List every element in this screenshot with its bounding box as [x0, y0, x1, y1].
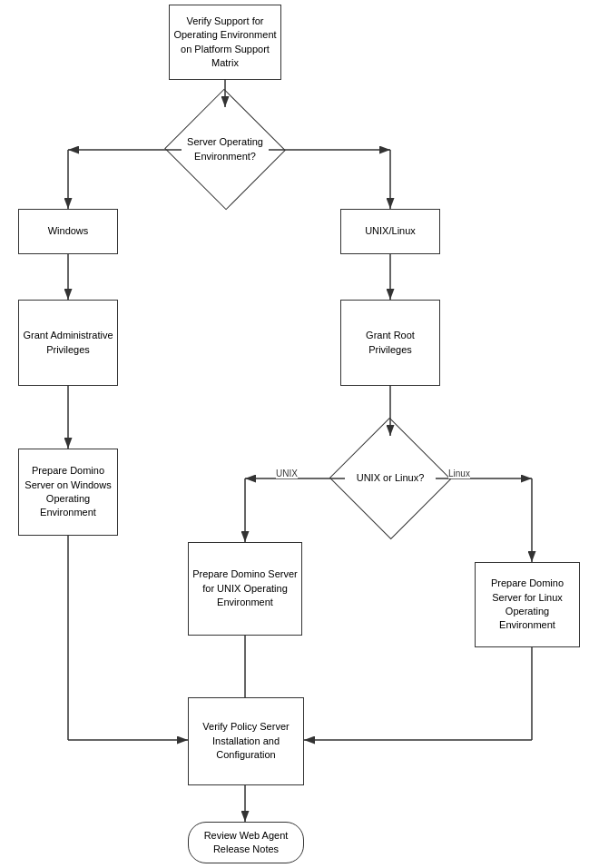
unix-linux-label: UNIX/Linux: [365, 224, 416, 238]
grant-admin-label: Grant Administrative Privileges: [23, 329, 113, 357]
grant-root-box: Grant Root Privileges: [340, 300, 440, 386]
prepare-linux-label: Prepare Domino Server for Linux Operatin…: [479, 577, 575, 633]
verify-support-label: Verify Support for Operating Environment…: [173, 15, 277, 71]
linux-arrow-label: Linux: [448, 469, 470, 478]
unix-linux-box: UNIX/Linux: [340, 209, 440, 254]
unix-linux-diamond: UNIX or Linux?: [347, 436, 434, 521]
verify-policy-label: Verify Policy Server Installation and Co…: [192, 720, 299, 762]
windows-label: Windows: [48, 224, 89, 238]
verify-support-box: Verify Support for Operating Environment…: [169, 5, 281, 80]
flowchart: Verify Support for Operating Environment…: [0, 0, 589, 868]
review-notes-box: Review Web Agent Release Notes: [188, 822, 304, 863]
prepare-unix-box: Prepare Domino Server for UNIX Operating…: [188, 542, 302, 636]
unix-or-linux-label: UNIX or Linux?: [357, 471, 425, 485]
server-os-label: Server Operating Environment?: [182, 135, 269, 163]
server-os-diamond: Server Operating Environment?: [182, 107, 269, 192]
review-notes-label: Review Web Agent Release Notes: [192, 829, 299, 857]
prepare-unix-label: Prepare Domino Server for UNIX Operating…: [192, 567, 298, 609]
windows-box: Windows: [18, 209, 118, 254]
grant-root-label: Grant Root Privileges: [345, 329, 436, 357]
prepare-windows-label: Prepare Domino Server on Windows Operati…: [23, 464, 113, 520]
verify-policy-box: Verify Policy Server Installation and Co…: [188, 697, 304, 785]
prepare-windows-box: Prepare Domino Server on Windows Operati…: [18, 449, 118, 536]
grant-admin-box: Grant Administrative Privileges: [18, 300, 118, 386]
prepare-linux-box: Prepare Domino Server for Linux Operatin…: [475, 562, 580, 647]
unix-arrow-label: UNIX: [276, 469, 298, 478]
